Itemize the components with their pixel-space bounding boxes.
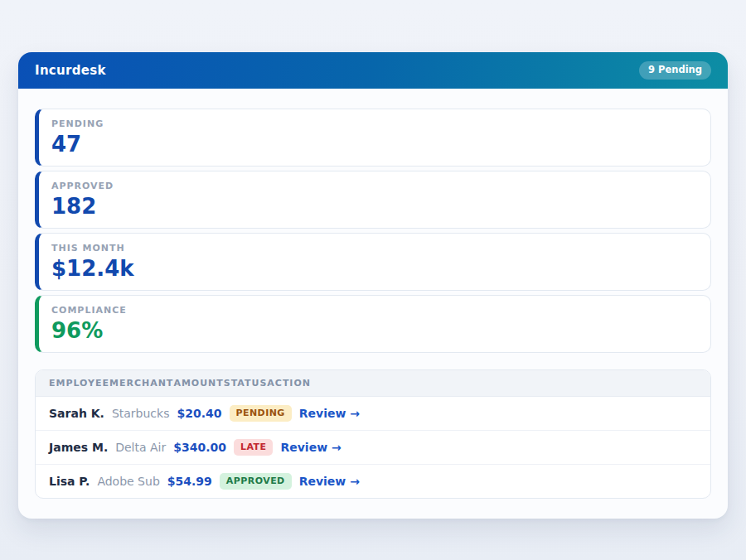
dashboard-card: Incurdesk 9 Pending PENDING 47 APPROVED … (18, 52, 728, 519)
expense-table: EMPLOYEEMERCHANTAMOUNTSTATUSACTION Sarah… (35, 369, 711, 499)
pending-count-badge[interactable]: 9 Pending (639, 61, 711, 80)
merchant-name: Starbucks (112, 407, 170, 420)
employee-name: Lisa P. (49, 475, 90, 488)
stat-value: 47 (51, 132, 698, 157)
stat-card: APPROVED 182 (35, 171, 711, 229)
stat-card: PENDING 47 (35, 109, 711, 167)
employee-name: Sarah K. (49, 407, 104, 420)
column-header: AMOUNT (173, 378, 223, 389)
stat-card: THIS MONTH $12.4k (35, 233, 711, 291)
page-background: { "app": { "title": "Incurdesk", "header… (0, 0, 746, 560)
column-header: STATUS (224, 378, 268, 389)
status-badge: PENDING (230, 405, 292, 422)
stat-value: 96% (51, 318, 698, 344)
stat-label: APPROVED (51, 181, 698, 191)
stat-card: COMPLIANCE 96% (35, 295, 711, 353)
stat-value: 182 (51, 194, 698, 220)
column-header: ACTION (267, 378, 311, 389)
stat-label: THIS MONTH (51, 243, 698, 253)
dashboard-content: PENDING 47 APPROVED 182 THIS MONTH $12.4… (18, 89, 728, 519)
stats-list: PENDING 47 APPROVED 182 THIS MONTH $12.4… (35, 109, 711, 353)
stat-label: COMPLIANCE (51, 305, 698, 316)
column-header: MERCHANT (109, 378, 173, 389)
table-row: Sarah K. Starbucks $20.40 PENDING Review… (36, 397, 710, 430)
table-row: Lisa P. Adobe Sub $54.99 APPROVED Review… (36, 464, 710, 498)
app-title: Incurdesk (35, 63, 106, 78)
review-link[interactable]: Review → (299, 475, 360, 488)
status-badge: APPROVED (220, 473, 292, 490)
stat-value: $12.4k (51, 256, 698, 282)
column-header: EMPLOYEE (49, 378, 109, 389)
table-body: Sarah K. Starbucks $20.40 PENDING Review… (36, 397, 710, 498)
table-header-row: EMPLOYEEMERCHANTAMOUNTSTATUSACTION (36, 370, 710, 397)
employee-name: James M. (49, 441, 108, 454)
expense-amount: $54.99 (167, 475, 212, 488)
stat-label: PENDING (51, 118, 698, 129)
merchant-name: Delta Air (115, 441, 166, 454)
review-link[interactable]: Review → (299, 407, 360, 420)
expense-amount: $20.40 (177, 407, 221, 420)
status-badge: LATE (234, 439, 273, 456)
merchant-name: Adobe Sub (97, 475, 159, 488)
review-link[interactable]: Review → (280, 441, 341, 454)
table-row: James M. Delta Air $340.00 LATE Review → (36, 430, 710, 464)
expense-amount: $340.00 (173, 441, 226, 454)
app-header: Incurdesk 9 Pending (18, 52, 728, 89)
